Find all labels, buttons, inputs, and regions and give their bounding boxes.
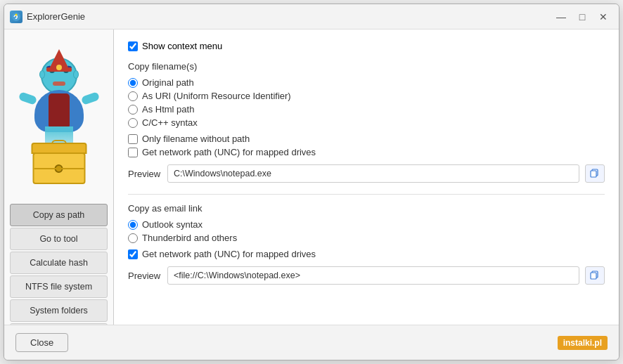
main-content: Copy as path Go to tool Calculate hash N… bbox=[4, 30, 619, 325]
checkbox-network-path-email-label: Get network path (UNC) for mapped drives bbox=[142, 249, 316, 259]
radio-item-as-html: As Html path bbox=[128, 104, 605, 115]
app-title: ExplorerGenie bbox=[27, 11, 85, 22]
preview-input-email[interactable] bbox=[167, 266, 579, 285]
radio-as-html[interactable] bbox=[128, 105, 138, 115]
checkbox-network-path-filenames[interactable] bbox=[128, 148, 138, 157]
svg-point-1 bbox=[15, 13, 18, 15]
sidebar-item-information[interactable]: Information bbox=[10, 323, 108, 325]
radio-thunderbird[interactable] bbox=[128, 233, 138, 243]
title-bar: ExplorerGenie — □ ✕ bbox=[4, 4, 619, 30]
email-checkbox-group: Get network path (UNC) for mapped drives bbox=[128, 249, 605, 259]
show-context-row: Show context menu bbox=[128, 41, 605, 51]
show-context-menu-checkbox[interactable] bbox=[128, 41, 138, 51]
sidebar-item-calculate-hash[interactable]: Calculate hash bbox=[10, 252, 108, 274]
instalki-badge: instalki.pl bbox=[558, 336, 608, 350]
radio-original-path-label: Original path bbox=[142, 77, 194, 88]
radio-as-html-label: As Html path bbox=[142, 104, 194, 115]
checkbox-item-network-path-email: Get network path (UNC) for mapped drives bbox=[128, 249, 605, 259]
svg-rect-3 bbox=[591, 171, 596, 177]
main-window: ExplorerGenie — □ ✕ bbox=[4, 4, 619, 360]
sidebar-item-ntfs-file-system[interactable]: NTFS file system bbox=[10, 275, 108, 298]
preview-row-email: Preview bbox=[128, 266, 605, 285]
section-divider bbox=[128, 194, 605, 195]
radio-item-thunderbird: Thunderbird and others bbox=[128, 233, 605, 243]
radio-original-path[interactable] bbox=[128, 78, 138, 88]
footer: Close instalki.pl bbox=[4, 325, 619, 360]
preview-input-filenames[interactable] bbox=[167, 164, 579, 183]
svg-rect-5 bbox=[591, 273, 596, 279]
checkbox-item-only-filename: Only filename without path bbox=[128, 134, 605, 144]
genie-illustration bbox=[13, 44, 105, 191]
app-icon bbox=[10, 11, 23, 23]
radio-outlook-label: Outlook syntax bbox=[142, 219, 203, 230]
maximize-button[interactable]: □ bbox=[572, 9, 592, 25]
checkbox-network-path-email[interactable] bbox=[128, 249, 138, 259]
nav-buttons: Copy as path Go to tool Calculate hash N… bbox=[4, 204, 113, 325]
sidebar: Copy as path Go to tool Calculate hash N… bbox=[4, 30, 113, 325]
radio-as-uri-label: As URI (Uniform Resource Identifier) bbox=[142, 91, 291, 101]
sidebar-item-copy-as-path[interactable]: Copy as path bbox=[10, 204, 108, 226]
show-context-menu-label: Show context menu bbox=[142, 41, 222, 51]
copy-preview-button-email[interactable] bbox=[585, 266, 605, 285]
sidebar-item-go-to-tool[interactable]: Go to tool bbox=[10, 228, 108, 250]
title-left: ExplorerGenie bbox=[10, 11, 85, 23]
radio-outlook-syntax[interactable] bbox=[128, 220, 138, 230]
checkbox-only-filename-label: Only filename without path bbox=[142, 134, 250, 144]
copy-preview-button-filenames[interactable] bbox=[585, 164, 605, 183]
preview-label-email: Preview bbox=[128, 271, 162, 281]
preview-label-filenames: Preview bbox=[128, 169, 162, 179]
copy-filenames-label: Copy filename(s) bbox=[128, 61, 605, 72]
email-radio-group: Outlook syntax Thunderbird and others bbox=[128, 219, 605, 243]
radio-as-uri[interactable] bbox=[128, 91, 138, 101]
copy-icon bbox=[590, 169, 600, 178]
close-button[interactable]: Close bbox=[15, 333, 68, 352]
radio-item-as-uri: As URI (Uniform Resource Identifier) bbox=[128, 91, 605, 101]
radio-item-original-path: Original path bbox=[128, 77, 605, 88]
copy-email-label: Copy as email link bbox=[128, 203, 605, 214]
radio-item-cpp: C/C++ syntax bbox=[128, 117, 605, 128]
copy-filenames-radio-group: Original path As URI (Uniform Resource I… bbox=[128, 77, 605, 128]
radio-cpp-label: C/C++ syntax bbox=[142, 117, 198, 128]
title-controls: — □ ✕ bbox=[551, 9, 613, 25]
checkbox-network-path-label: Get network path (UNC) for mapped drives bbox=[142, 147, 316, 157]
copy-icon-email bbox=[590, 271, 600, 280]
genie-body bbox=[34, 90, 84, 132]
minimize-button[interactable]: — bbox=[551, 9, 571, 25]
preview-row-filenames: Preview bbox=[128, 164, 605, 183]
close-window-button[interactable]: ✕ bbox=[593, 9, 613, 25]
treasure-box bbox=[32, 152, 85, 184]
radio-cpp-syntax[interactable] bbox=[128, 118, 138, 128]
sidebar-item-system-folders[interactable]: System folders bbox=[10, 299, 108, 322]
radio-thunderbird-label: Thunderbird and others bbox=[142, 233, 237, 243]
filenames-checkbox-group: Only filename without path Get network p… bbox=[128, 134, 605, 157]
checkbox-item-network-path: Get network path (UNC) for mapped drives bbox=[128, 147, 605, 157]
content-area: Show context menu Copy filename(s) Origi… bbox=[113, 30, 619, 325]
checkbox-only-filename[interactable] bbox=[128, 134, 138, 144]
radio-item-outlook: Outlook syntax bbox=[128, 219, 605, 230]
sidebar-top bbox=[4, 37, 113, 204]
